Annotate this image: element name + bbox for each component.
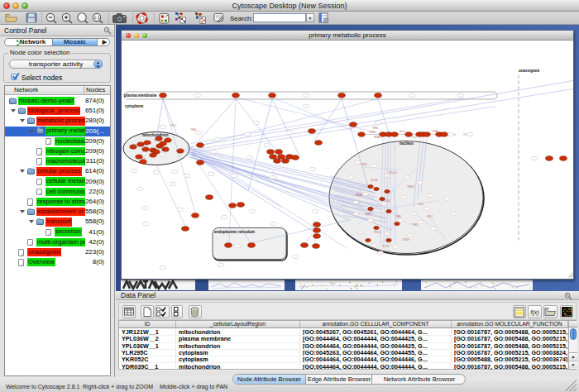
svg-text:GO-88: GO-88 [371,179,378,182]
svg-text:YL0: YL0 [141,157,146,160]
svg-text:YDR2: YDR2 [154,139,160,142]
svg-text:YK2: YK2 [165,150,169,153]
svg-text:YDR0: YDR0 [361,163,367,166]
svg-text:YBL-2: YBL-2 [170,124,177,127]
svg-text:plasma membrane: plasma membrane [124,93,157,98]
svg-text:nucleus: nucleus [400,141,414,146]
svg-text:YPL22: YPL22 [374,231,381,234]
svg-text:YDR3: YDR3 [369,131,376,134]
svg-text:YBR0: YBR0 [372,127,379,130]
svg-text:tRNA2: tRNA2 [356,194,363,197]
svg-text:mitochondrion: mitochondrion [142,133,169,137]
svg-text:unassigned: unassigned [519,69,539,73]
svg-text:YBR11: YBR11 [365,213,372,216]
svg-text:cytoplasm: cytoplasm [125,104,143,108]
svg-text:YB1: YB1 [132,144,136,147]
svg-text:YML1: YML1 [427,215,433,218]
svg-text:GO-tr: GO-tr [400,130,405,133]
svg-text:YGR0: YGR0 [190,128,197,131]
svg-text:1:1: 1:1 [94,15,100,20]
svg-text:GO-52: GO-52 [382,245,390,248]
svg-text:YDL0: YDL0 [418,203,423,206]
svg-text:YKL21-c: YKL21-c [389,171,398,174]
svg-text:YGR12: YGR12 [407,185,415,189]
svg-text:YLR29: YLR29 [402,238,409,241]
svg-text:endoplasmic reticulum: endoplasmic reticulum [214,230,255,234]
svg-text:YKR5: YKR5 [412,223,419,227]
svg-text:YJR0: YJR0 [395,215,401,218]
svg-text:f(x): f(x) [530,309,538,316]
